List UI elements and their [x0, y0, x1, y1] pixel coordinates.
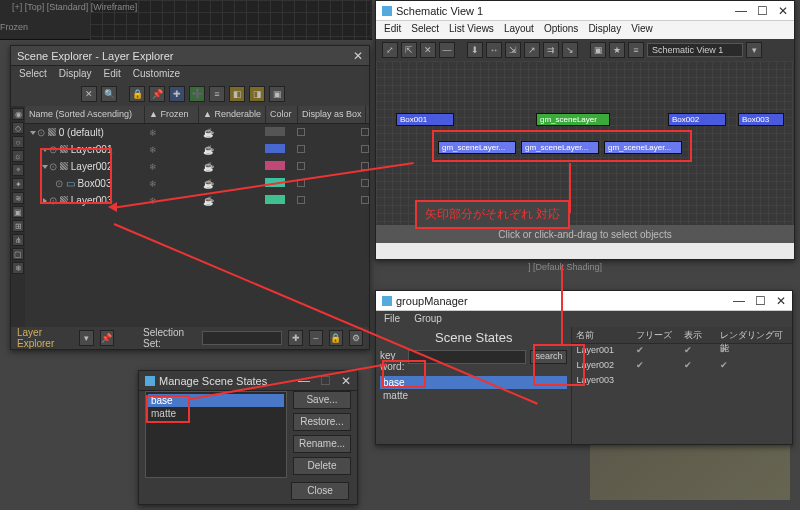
- schematic-hscrollbar[interactable]: [376, 243, 794, 259]
- bookmark-icon[interactable]: ★: [609, 42, 625, 58]
- menu-customize[interactable]: Customize: [133, 68, 180, 82]
- selset-config-icon[interactable]: ⚙: [349, 330, 363, 346]
- scene-state-item[interactable]: matte: [148, 407, 284, 420]
- menu-select[interactable]: Select: [411, 23, 439, 37]
- prefs-icon[interactable]: ▣: [590, 42, 606, 58]
- menu-file[interactable]: File: [384, 313, 400, 325]
- move-children-icon[interactable]: ⇉: [543, 42, 559, 58]
- side-spacewarps-icon[interactable]: ≋: [12, 192, 24, 204]
- arrange-h-icon[interactable]: ↔: [486, 42, 502, 58]
- col-edges[interactable]: Edges O: [366, 106, 369, 123]
- side-groups-icon[interactable]: ▣: [12, 206, 24, 218]
- free-move-icon[interactable]: ↗: [524, 42, 540, 58]
- maximize-icon[interactable]: ☐: [757, 4, 768, 18]
- side-xrefs-icon[interactable]: ⊞: [12, 220, 24, 232]
- side-helpers-icon[interactable]: ✦: [12, 178, 24, 190]
- layer-row[interactable]: ⊙ Layer002❄☕: [25, 158, 369, 175]
- col-display-as-box[interactable]: Display as Box: [298, 106, 367, 123]
- menu-list-views[interactable]: List Views: [449, 23, 494, 37]
- schematic-node[interactable]: Box001: [396, 113, 454, 126]
- menu-edit[interactable]: Edit: [384, 23, 401, 37]
- selset-remove-icon[interactable]: –: [309, 330, 323, 346]
- menu-display[interactable]: Display: [59, 68, 92, 82]
- unlink-icon[interactable]: ✕: [420, 42, 436, 58]
- col-color[interactable]: Color: [266, 106, 298, 123]
- minimize-icon[interactable]: —: [733, 294, 745, 308]
- schematic-name-field[interactable]: [647, 43, 743, 57]
- side-bones-icon[interactable]: ⋔: [12, 234, 24, 246]
- arrange-down-icon[interactable]: ⬇: [467, 42, 483, 58]
- maximize-icon[interactable]: ☐: [320, 374, 331, 388]
- menu-layout[interactable]: Layout: [504, 23, 534, 37]
- schematic-node[interactable]: gm_sceneLayer...: [604, 141, 682, 154]
- field-dropdown-icon[interactable]: ▾: [746, 42, 762, 58]
- expand-icon[interactable]: ▣: [269, 86, 285, 102]
- search-button[interactable]: search: [530, 350, 567, 364]
- side-lights-icon[interactable]: ☼: [12, 150, 24, 162]
- scene-explorer-titlebar[interactable]: Scene Explorer - Layer Explorer ✕: [11, 46, 369, 66]
- menu-options[interactable]: Options: [544, 23, 578, 37]
- selection-set-input[interactable]: [202, 331, 282, 345]
- gm-layer-row[interactable]: Layer003: [572, 374, 792, 389]
- mss-list[interactable]: basematte: [145, 391, 287, 478]
- connect-icon[interactable]: ↘: [562, 42, 578, 58]
- expand-icon[interactable]: ⤢: [382, 42, 398, 58]
- layer-row[interactable]: ⊙ ▭ Box003❄☕: [25, 175, 369, 192]
- col-name[interactable]: Name (Sorted Ascending): [25, 106, 145, 123]
- select-children-icon[interactable]: ◧: [229, 86, 245, 102]
- filter-icon[interactable]: ≡: [628, 42, 644, 58]
- side-geometry-icon[interactable]: ◇: [12, 122, 24, 134]
- close-icon[interactable]: ✕: [353, 49, 363, 63]
- restore-button[interactable]: Restore...: [293, 413, 351, 431]
- close-icon[interactable]: ✕: [776, 294, 786, 308]
- schematic-node[interactable]: Box002: [668, 113, 726, 126]
- side-cameras-icon[interactable]: ⌖: [12, 164, 24, 176]
- delete-icon[interactable]: —: [439, 42, 455, 58]
- new-layer-icon[interactable]: ✚: [169, 86, 185, 102]
- schematic-node[interactable]: Box003: [738, 113, 784, 126]
- lock-icon[interactable]: 🔒: [129, 86, 145, 102]
- footer-dropdown-icon[interactable]: ▾: [79, 330, 93, 346]
- layers-icon[interactable]: ≡: [209, 86, 225, 102]
- menu-group[interactable]: Group: [414, 313, 442, 325]
- link-icon[interactable]: ⇱: [401, 42, 417, 58]
- schematic-node[interactable]: gm_sceneLayer: [536, 113, 610, 126]
- schematic-node[interactable]: gm_sceneLayer...: [438, 141, 516, 154]
- viewport-label[interactable]: [+] [Top] [Standard] [Wireframe]: [12, 2, 137, 12]
- selset-apply-icon[interactable]: ✚: [288, 330, 302, 346]
- highlight-icon[interactable]: ◨: [249, 86, 265, 102]
- search-icon[interactable]: 🔍: [101, 86, 117, 102]
- layer-row[interactable]: ⊙ 0 (default)❄☕: [25, 124, 369, 141]
- maximize-icon[interactable]: ☐: [755, 294, 766, 308]
- save-button[interactable]: Save...: [293, 391, 351, 409]
- menu-view[interactable]: View: [631, 23, 653, 37]
- footer-pin-icon[interactable]: 📌: [100, 330, 114, 346]
- col-renderable[interactable]: ▲ Renderable: [199, 106, 266, 123]
- add-to-layer-icon[interactable]: ➕: [189, 86, 205, 102]
- menu-display[interactable]: Display: [588, 23, 621, 37]
- side-frozen-icon[interactable]: ❄: [12, 262, 24, 274]
- side-display-all-icon[interactable]: ◉: [12, 108, 24, 120]
- schematic-titlebar[interactable]: Schematic View 1 — ☐ ✕: [376, 1, 794, 21]
- layer-row[interactable]: ⊙ Layer001❄☕: [25, 141, 369, 158]
- rename-button[interactable]: Rename...: [293, 435, 351, 453]
- gm-state-item[interactable]: matte: [380, 389, 567, 402]
- side-shapes-icon[interactable]: ○: [12, 136, 24, 148]
- layer-row[interactable]: ⊙ Layer003❄☕: [25, 192, 369, 209]
- menu-select[interactable]: Select: [19, 68, 47, 82]
- col-freeze[interactable]: フリーズ: [632, 327, 680, 343]
- col-name[interactable]: 名前: [572, 327, 632, 343]
- delete-button[interactable]: Delete: [293, 457, 351, 475]
- pin-icon[interactable]: 📌: [149, 86, 165, 102]
- close-button[interactable]: Close: [291, 482, 349, 500]
- minimize-icon[interactable]: —: [298, 374, 310, 388]
- shrink-icon[interactable]: ⇲: [505, 42, 521, 58]
- gm-layer-row[interactable]: Layer002✔✔✔: [572, 359, 792, 374]
- menu-edit[interactable]: Edit: [104, 68, 121, 82]
- selset-lock-icon[interactable]: 🔒: [329, 330, 343, 346]
- gm-titlebar[interactable]: groupManager — ☐ ✕: [376, 291, 792, 311]
- gm-scene-state-list[interactable]: basematte: [376, 374, 571, 444]
- close-icon[interactable]: ✕: [778, 4, 788, 18]
- side-containers-icon[interactable]: ▢: [12, 248, 24, 260]
- keyword-input[interactable]: [408, 350, 526, 364]
